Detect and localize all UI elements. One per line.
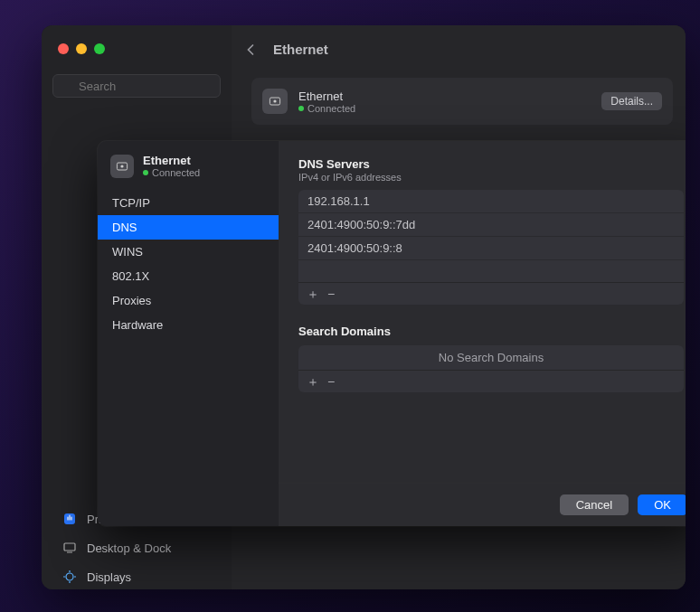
ethernet-status: Connected bbox=[298, 103, 601, 114]
add-dns-button[interactable]: ＋ bbox=[304, 286, 322, 302]
page-title: Ethernet bbox=[273, 42, 328, 57]
displays-icon bbox=[61, 569, 78, 585]
nav-item-dns[interactable]: DNS bbox=[98, 215, 279, 240]
svg-point-7 bbox=[66, 573, 73, 580]
svg-rect-5 bbox=[64, 543, 75, 551]
ethernet-name: Ethernet bbox=[298, 89, 601, 103]
desktop-icon bbox=[61, 540, 78, 556]
status-dot-icon bbox=[143, 170, 148, 175]
sidebar-item-label: Desktop & Dock bbox=[87, 541, 171, 555]
nav-item-tcpip[interactable]: TCP/IP bbox=[98, 191, 279, 215]
sheet-interface-status: Connected bbox=[143, 167, 200, 178]
close-button[interactable] bbox=[58, 43, 69, 54]
dns-list-footer: ＋ − bbox=[298, 282, 684, 305]
network-adapter-icon bbox=[110, 155, 134, 178]
ethernet-card: Ethernet Connected Details... bbox=[251, 78, 673, 125]
sheet-interface-name: Ethernet bbox=[143, 154, 200, 167]
search-domains-list[interactable]: No Search Domains ＋ − bbox=[298, 345, 684, 392]
search-domains-footer: ＋ − bbox=[298, 370, 684, 392]
network-config-sheet: Ethernet Connected TCP/IP DNS WINS 802.1… bbox=[98, 141, 686, 526]
sheet-content: DNS Servers IPv4 or IPv6 addresses 192.1… bbox=[279, 141, 686, 483]
network-adapter-icon bbox=[262, 89, 288, 114]
back-button[interactable] bbox=[246, 42, 260, 57]
sheet-sidebar: Ethernet Connected TCP/IP DNS WINS 802.1… bbox=[98, 141, 279, 526]
search-domains-section: Search Domains No Search Domains ＋ − bbox=[298, 325, 684, 392]
nav-item-hardware[interactable]: Hardware bbox=[98, 313, 279, 337]
dns-server-row[interactable]: 192.168.1.1 bbox=[298, 190, 684, 213]
search-domains-placeholder: No Search Domains bbox=[298, 345, 684, 370]
sidebar-item-displays[interactable]: Displays bbox=[52, 562, 221, 589]
dns-servers-title: DNS Servers bbox=[298, 157, 684, 171]
svg-point-9 bbox=[120, 165, 123, 167]
maximize-button[interactable] bbox=[94, 43, 105, 54]
search-domains-title: Search Domains bbox=[298, 325, 684, 338]
dns-server-row[interactable]: 2401:4900:50:9::8 bbox=[298, 237, 684, 260]
dns-servers-section: DNS Servers IPv4 or IPv6 addresses 192.1… bbox=[298, 157, 684, 305]
list-empty-area bbox=[298, 260, 684, 282]
remove-dns-button[interactable]: − bbox=[322, 286, 340, 302]
window-controls bbox=[58, 43, 105, 54]
ethernet-status-label: Connected bbox=[307, 103, 355, 114]
sheet-nav: TCP/IP DNS WINS 802.1X Proxies Hardware bbox=[98, 189, 279, 339]
sidebar-item-desktop-dock[interactable]: Desktop & Dock bbox=[52, 533, 221, 562]
nav-item-8021x[interactable]: 802.1X bbox=[98, 264, 279, 288]
sheet-status-label: Connected bbox=[152, 167, 200, 178]
sidebar-item-label: Displays bbox=[87, 570, 131, 584]
dns-server-row[interactable]: 2401:4900:50:9::7dd bbox=[298, 213, 684, 237]
sheet-header: Ethernet Connected bbox=[98, 141, 279, 189]
svg-point-3 bbox=[273, 99, 276, 102]
remove-domain-button[interactable]: − bbox=[322, 373, 340, 390]
status-dot-icon bbox=[298, 106, 304, 111]
minimize-button[interactable] bbox=[76, 43, 87, 54]
hand-icon bbox=[61, 511, 78, 527]
nav-item-proxies[interactable]: Proxies bbox=[98, 288, 279, 313]
settings-window: Ethernet Ethernet Connected Details... P… bbox=[42, 25, 686, 589]
page-header: Ethernet bbox=[246, 42, 328, 57]
details-button[interactable]: Details... bbox=[601, 92, 662, 110]
ok-button[interactable]: OK bbox=[638, 494, 686, 515]
search-input[interactable] bbox=[52, 74, 221, 98]
add-domain-button[interactable]: ＋ bbox=[304, 373, 322, 390]
dns-servers-subtitle: IPv4 or IPv6 addresses bbox=[298, 172, 684, 183]
nav-item-wins[interactable]: WINS bbox=[98, 240, 279, 264]
dns-servers-list[interactable]: 192.168.1.1 2401:4900:50:9::7dd 2401:490… bbox=[298, 190, 684, 305]
cancel-button[interactable]: Cancel bbox=[560, 494, 629, 515]
sheet-footer: Cancel OK bbox=[279, 483, 686, 526]
